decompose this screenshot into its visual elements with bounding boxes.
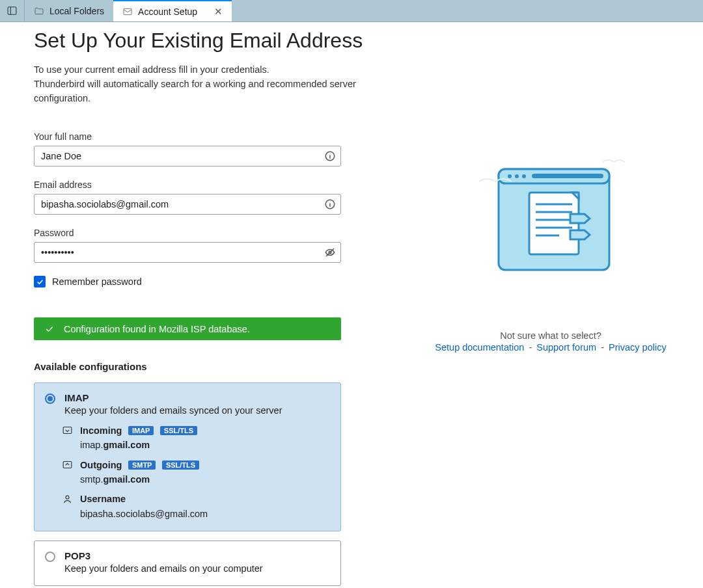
config-name: IMAP — [64, 392, 330, 403]
config-desc: Keep your folders and emails on your com… — [64, 563, 330, 574]
config-desc: Keep your folders and emails synced on y… — [64, 405, 330, 416]
svg-point-17 — [515, 174, 519, 178]
remember-label: Remember password — [52, 276, 142, 287]
mail-settings-icon — [122, 7, 133, 17]
email-label: Email address — [34, 180, 398, 190]
outgoing-ssl-badge: SSL/TLS — [162, 461, 199, 470]
config-name: POP3 — [64, 550, 330, 561]
config-option-pop3[interactable]: POP3 Keep your folders and emails on you… — [34, 541, 341, 586]
name-label: Your full name — [34, 131, 398, 142]
radio-checked-icon[interactable] — [45, 394, 55, 404]
radio-unchecked-icon[interactable] — [45, 552, 55, 562]
spaces-toolbar-button[interactable] — [0, 0, 25, 21]
checkbox-checked-icon — [34, 276, 46, 287]
privacy-policy-link[interactable]: Privacy policy — [609, 342, 667, 353]
tab-label: Account Setup — [138, 7, 197, 17]
password-label: Password — [34, 228, 398, 238]
outbox-icon — [62, 459, 74, 473]
svg-rect-0 — [8, 7, 16, 14]
person-icon — [62, 494, 74, 507]
config-option-imap[interactable]: IMAP Keep your folders and emails synced… — [34, 382, 341, 531]
incoming-ssl-badge: SSL/TLS — [160, 426, 197, 435]
close-tab-icon[interactable]: ✕ — [214, 6, 223, 18]
folder-icon — [34, 6, 44, 16]
svg-point-13 — [66, 496, 69, 499]
username-value: bipasha.sociolabs@gmail.com — [80, 509, 330, 519]
available-configs-title: Available configurations — [34, 361, 398, 372]
svg-rect-11 — [63, 427, 72, 434]
svg-point-16 — [508, 174, 512, 178]
check-icon — [44, 324, 55, 334]
tab-local-folders[interactable]: Local Folders — [25, 0, 113, 21]
status-banner: Configuration found in Mozilla ISP datab… — [34, 317, 341, 340]
tab-account-setup[interactable]: Account Setup ✕ — [113, 0, 232, 21]
incoming-protocol-badge: IMAP — [128, 426, 154, 435]
incoming-server: imap.gmail.com — [80, 440, 330, 450]
page-subtitle-1: To use your current email address fill i… — [34, 63, 398, 77]
status-text: Configuration found in Mozilla ISP datab… — [64, 324, 250, 334]
outgoing-protocol-badge: SMTP — [128, 461, 156, 470]
tab-strip: Local Folders Account Setup ✕ — [0, 0, 703, 22]
svg-point-5 — [330, 154, 331, 154]
name-input[interactable] — [34, 146, 341, 167]
password-input[interactable] — [34, 242, 341, 263]
email-input[interactable] — [34, 194, 341, 215]
remember-password-checkbox[interactable]: Remember password — [34, 276, 398, 287]
svg-point-8 — [330, 202, 331, 202]
svg-point-18 — [522, 174, 526, 178]
page-title: Set Up Your Existing Email Address — [34, 29, 398, 53]
outgoing-server: smtp.gmail.com — [80, 474, 330, 485]
username-label: Username — [80, 494, 126, 504]
svg-rect-12 — [63, 462, 72, 468]
inbox-icon — [62, 425, 74, 438]
info-icon[interactable] — [324, 198, 336, 210]
info-icon[interactable] — [324, 150, 336, 162]
outgoing-label: Outgoing — [80, 460, 122, 470]
support-forum-link[interactable]: Support forum — [536, 342, 596, 353]
tab-label: Local Folders — [49, 6, 104, 16]
svg-rect-2 — [124, 8, 131, 14]
svg-rect-19 — [532, 174, 603, 178]
illustration-icon — [476, 152, 626, 285]
help-prompt: Not sure what to select? — [398, 330, 703, 341]
eye-off-icon[interactable] — [324, 247, 336, 258]
page-subtitle-2: Thunderbird will automatically search fo… — [34, 77, 398, 106]
setup-documentation-link[interactable]: Setup documentation — [435, 342, 524, 353]
incoming-label: Incoming — [80, 425, 122, 436]
